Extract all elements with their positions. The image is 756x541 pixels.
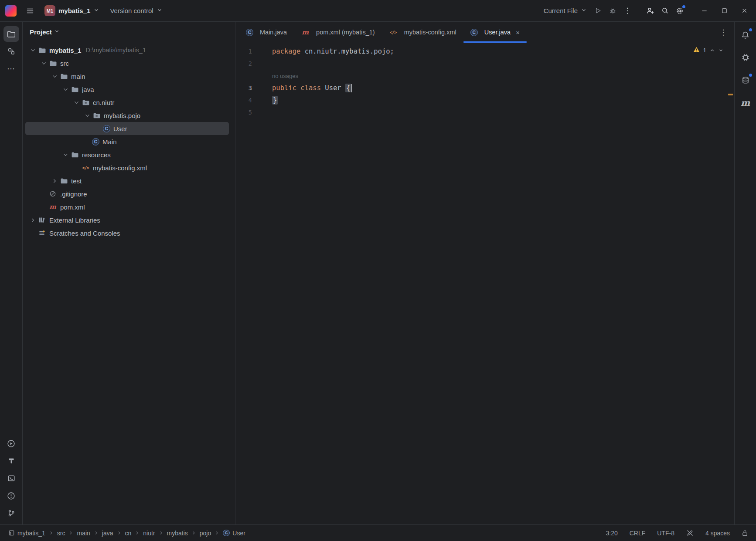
chevron-expanded-icon[interactable] [82, 111, 92, 120]
chevron-expanded-icon[interactable] [72, 98, 81, 107]
tree-item-scratches-and-consoles[interactable]: Scratches and Consoles [25, 227, 229, 240]
breadcrumb-pojo[interactable]: pojo [200, 530, 211, 537]
chevron-expanded-icon[interactable] [50, 71, 59, 81]
vcs-selector[interactable]: Version control [106, 3, 166, 18]
search-icon[interactable] [657, 3, 672, 18]
build-tool-button[interactable] [3, 453, 19, 469]
code-editor[interactable]: 1package cn.niutr.mybatis.pojo;2no usage… [235, 43, 734, 524]
minimize-button[interactable] [694, 3, 714, 19]
run-button[interactable] [590, 3, 605, 18]
maximize-button[interactable] [714, 3, 734, 19]
chevron-collapsed-icon[interactable] [28, 215, 37, 225]
chevron-collapsed-icon[interactable] [50, 176, 59, 186]
notifications-bell-icon[interactable] [738, 27, 753, 43]
main-menu-icon[interactable] [23, 3, 37, 18]
maven-tool-button[interactable]: m [738, 95, 753, 111]
xml-icon: </> [81, 164, 90, 172]
previous-highlight-icon[interactable] [709, 47, 715, 53]
tree-item-resources[interactable]: resources [25, 148, 229, 161]
tab-user-java[interactable]: CUser.java× [463, 22, 527, 43]
class-icon: C [103, 125, 110, 132]
close-button[interactable] [734, 3, 754, 19]
problems-tool-button[interactable] [3, 488, 19, 504]
run-tool-button[interactable] [3, 436, 19, 451]
code-line: no usages [235, 70, 734, 82]
indent-widget[interactable]: 4 spaces [705, 530, 730, 537]
gutter-line-number[interactable]: 1 [235, 48, 252, 55]
gutter-line-number[interactable]: 3 [235, 85, 252, 91]
tree-item-mybatis-config-xml[interactable]: </>mybatis-config.xml [25, 161, 229, 174]
chevron-expanded-icon[interactable] [61, 150, 70, 159]
pen-slash-icon[interactable] [686, 529, 694, 537]
tree-item-pom-xml[interactable]: mpom.xml [25, 200, 229, 213]
breadcrumb-separator-icon [215, 531, 219, 535]
encoding-widget[interactable]: UTF-8 [657, 530, 674, 537]
project-tool-button[interactable] [3, 26, 19, 42]
tree-item-main[interactable]: CMain [25, 135, 229, 148]
warning-stripe-mark[interactable] [728, 94, 733, 95]
line-separator-widget[interactable]: CRLF [630, 530, 646, 537]
chevron-spacer [93, 124, 103, 133]
breadcrumb-main[interactable]: main [77, 530, 90, 537]
tree-item-test[interactable]: test [25, 174, 229, 187]
database-icon[interactable] [738, 72, 753, 88]
tree-item-mybatis-pojo[interactable]: mybatis.pojo [25, 109, 229, 122]
gutter-line-number[interactable]: 2 [235, 60, 252, 67]
next-highlight-icon[interactable] [718, 47, 724, 53]
gutter-line-number[interactable]: 5 [235, 109, 252, 116]
breadcrumb-mybatis-1[interactable]: mybatis_1 [8, 529, 45, 537]
debug-button[interactable] [605, 3, 620, 18]
settings-gear-icon[interactable] [672, 3, 687, 18]
code-token: cn.niutr.mybatis.pojo; [305, 47, 394, 55]
tab-main-java[interactable]: CMain.java [239, 22, 294, 43]
breadcrumb-niutr[interactable]: niutr [143, 530, 155, 537]
breadcrumb-src[interactable]: src [57, 530, 65, 537]
project-panel-header[interactable]: Project [23, 22, 235, 42]
chevron-spacer [39, 189, 48, 199]
inspections-widget[interactable]: 1 [693, 47, 724, 54]
breadcrumb-label: mybatis_1 [17, 530, 45, 537]
tree-item-label: pom.xml [60, 203, 85, 211]
statusbar: mybatis_1srcmainjavacnniutrmybatispojoCU… [0, 524, 756, 541]
tree-item-cn-niutr[interactable]: cn.niutr [25, 96, 229, 109]
chevron-down-icon [157, 7, 163, 14]
tree-item-main[interactable]: main [25, 70, 229, 83]
class-icon: C [92, 138, 99, 145]
code-text: } [252, 96, 278, 105]
close-tab-icon[interactable]: × [516, 29, 520, 36]
editor-more-options-icon[interactable]: ⋮ [717, 28, 730, 37]
cursor-position-widget[interactable]: 3:20 [606, 530, 617, 537]
breadcrumb-user[interactable]: CUser [223, 530, 245, 537]
breadcrumb-java[interactable]: java [102, 530, 113, 537]
tree-item-label: mybatis_1 [49, 47, 81, 54]
tree-item-mybatis-1[interactable]: mybatis_1D:\mybatis\mybatis_1 [25, 44, 229, 57]
more-tool-windows-icon[interactable]: ⋯ [3, 61, 19, 77]
tree-item-label: src [60, 60, 69, 67]
add-user-icon[interactable] [643, 3, 657, 18]
folder-icon [70, 85, 79, 93]
unlock-icon[interactable] [742, 530, 748, 537]
more-actions-icon[interactable]: ⋮ [620, 3, 635, 18]
tree-item-user[interactable]: CUser [25, 122, 229, 135]
chevron-expanded-icon[interactable] [39, 58, 48, 68]
project-tree: mybatis_1D:\mybatis\mybatis_1srcmainjava… [23, 42, 235, 240]
ai-assistant-icon[interactable] [738, 50, 753, 65]
run-configuration-selector[interactable]: Current File [540, 3, 590, 18]
chevron-expanded-icon[interactable] [28, 45, 37, 55]
gutter-line-number[interactable]: 4 [235, 97, 252, 104]
tree-item-external-libraries[interactable]: External Libraries [25, 213, 229, 227]
breadcrumb-cn[interactable]: cn [125, 530, 132, 537]
breadcrumb-mybatis[interactable]: mybatis [167, 530, 188, 537]
project-selector[interactable]: M1 mybatis_1 [41, 3, 103, 18]
terminal-tool-button[interactable] [3, 470, 19, 486]
structure-tool-button[interactable] [3, 44, 19, 59]
right-toolbar: m [734, 22, 756, 524]
tree-item-label: .gitignore [60, 190, 87, 198]
tree-item-src[interactable]: src [25, 57, 229, 70]
chevron-expanded-icon[interactable] [61, 85, 70, 94]
tab-mybatis-config-xml[interactable]: </>mybatis-config.xml [382, 22, 463, 43]
version-control-tool-button[interactable] [3, 505, 19, 521]
tree-item-gitignore[interactable]: .gitignore [25, 187, 229, 200]
tab-pom-xml-mybatis-1[interactable]: mpom.xml (mybatis_1) [294, 22, 382, 43]
tree-item-java[interactable]: java [25, 83, 229, 96]
